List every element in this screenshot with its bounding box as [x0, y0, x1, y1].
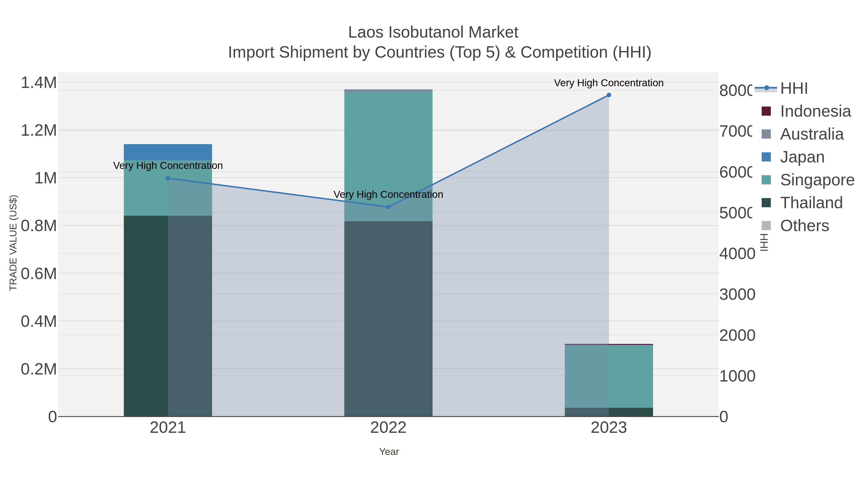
svg-text:Very High Concentration: Very High Concentration: [554, 77, 664, 89]
svg-text:2021: 2021: [150, 418, 186, 436]
svg-text:1.2M: 1.2M: [21, 121, 57, 139]
svg-text:5000: 5000: [719, 203, 756, 222]
svg-text:7000: 7000: [719, 122, 756, 140]
svg-text:0.6M: 0.6M: [21, 264, 57, 283]
svg-text:Others: Others: [780, 216, 830, 234]
svg-text:2022: 2022: [370, 418, 406, 436]
svg-text:1M: 1M: [34, 168, 57, 187]
svg-text:4000: 4000: [719, 244, 756, 262]
svg-text:0.4M: 0.4M: [21, 312, 57, 330]
svg-text:Very High Concentration: Very High Concentration: [113, 160, 223, 171]
svg-text:1.4M: 1.4M: [21, 73, 57, 91]
svg-text:2023: 2023: [591, 418, 627, 436]
svg-text:2000: 2000: [719, 326, 756, 344]
svg-text:HHI: HHI: [780, 79, 808, 97]
svg-text:3000: 3000: [719, 285, 756, 303]
svg-text:HHI: HHI: [758, 233, 770, 252]
svg-text:Import Shipment by Countries (: Import Shipment by Countries (Top 5) & C…: [228, 43, 651, 61]
svg-text:Laos Isobutanol Market: Laos Isobutanol Market: [348, 23, 519, 41]
svg-text:Very High Concentration: Very High Concentration: [334, 189, 443, 200]
svg-text:Japan: Japan: [780, 148, 825, 166]
svg-text:0.8M: 0.8M: [21, 216, 57, 234]
svg-text:0: 0: [48, 407, 57, 426]
svg-text:Singapore: Singapore: [780, 170, 855, 189]
svg-text:1000: 1000: [719, 366, 756, 385]
svg-text:Year: Year: [379, 446, 399, 457]
svg-text:6000: 6000: [719, 163, 756, 181]
svg-text:Thailand: Thailand: [780, 193, 843, 212]
svg-text:0: 0: [719, 407, 728, 426]
svg-text:8000: 8000: [719, 81, 756, 99]
svg-text:0.2M: 0.2M: [21, 360, 57, 378]
svg-text:TRADE VALUE (US$): TRADE VALUE (US$): [7, 195, 19, 291]
svg-text:Australia: Australia: [780, 125, 844, 143]
svg-text:Indonesia: Indonesia: [780, 102, 851, 120]
